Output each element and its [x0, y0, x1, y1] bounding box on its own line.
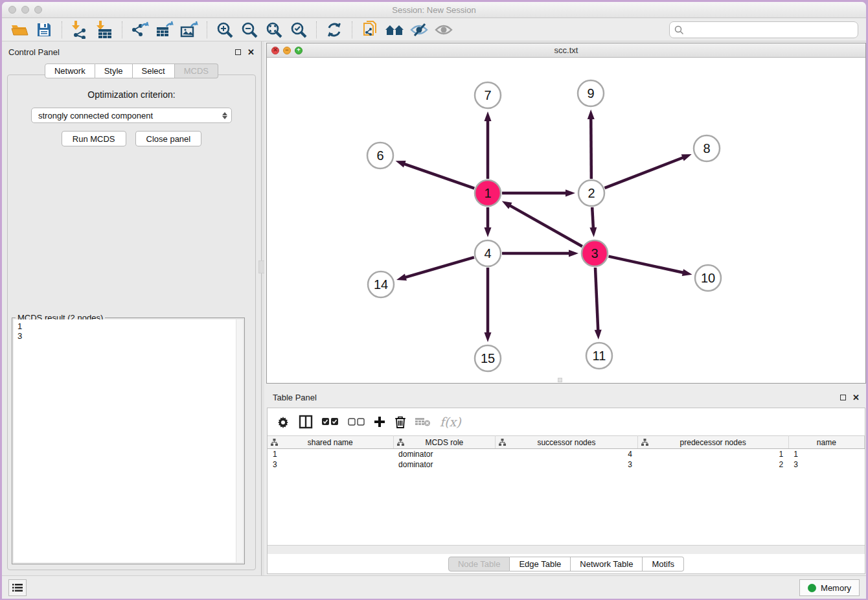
graph-edge-3-1[interactable]: [509, 205, 582, 247]
graph-edge-1-6[interactable]: [404, 164, 474, 189]
column-header-shared-name[interactable]: shared name: [268, 436, 393, 449]
table-cell[interactable]: 3: [788, 459, 864, 470]
table-panel-body: f(x) shared nameMCDS rolesuccessor nodes…: [267, 408, 865, 574]
tab-network[interactable]: Network: [45, 63, 95, 78]
workspace: ✕ − + scc.txt 1234678910111415 Table Pan…: [264, 41, 866, 575]
task-history-button[interactable]: [8, 579, 27, 596]
optimization-criterion-label: Optimization criterion:: [8, 89, 255, 100]
import-network-icon[interactable]: [67, 20, 92, 40]
zoom-fit-icon[interactable]: [262, 20, 286, 40]
graph-edge-3-11[interactable]: [595, 268, 598, 331]
select-all-checkboxes-icon[interactable]: [322, 418, 339, 426]
memory-button[interactable]: Memory: [799, 579, 860, 596]
tab-network-table[interactable]: Network Table: [571, 557, 643, 571]
refresh-network-icon[interactable]: [322, 20, 347, 40]
tab-select[interactable]: Select: [133, 63, 175, 78]
hierarchy-icon: [397, 439, 404, 446]
graph-arrowhead-3-1: [502, 201, 512, 209]
close-network-icon[interactable]: ✕: [271, 47, 279, 54]
table-hscrollbar[interactable]: [268, 545, 865, 554]
run-mcds-button[interactable]: Run MCDS: [62, 131, 126, 146]
search-field[interactable]: [669, 21, 858, 38]
save-session-icon[interactable]: [32, 20, 56, 40]
export-network-icon[interactable]: [128, 20, 152, 40]
zoom-in-icon[interactable]: [212, 20, 237, 40]
search-input[interactable]: [684, 22, 858, 38]
traffic-lights: [8, 2, 42, 17]
table-row[interactable]: 3dominator323: [268, 459, 865, 470]
export-table-icon[interactable]: [152, 20, 177, 40]
graph-node-label-7: 7: [484, 88, 491, 102]
table-cell[interactable]: 1: [637, 449, 788, 459]
graph-edge-2-9[interactable]: [591, 118, 591, 179]
control-panel-titlebar: Control Panel ✕: [2, 41, 261, 62]
table-settings-icon[interactable]: [277, 415, 290, 428]
table-cell[interactable]: 4: [496, 449, 637, 459]
minimize-network-icon[interactable]: −: [283, 47, 291, 54]
zoom-selected-icon[interactable]: [286, 20, 311, 40]
toolbar-separator: [316, 21, 317, 38]
table-cell[interactable]: dominator: [393, 459, 496, 470]
graph-arrowhead-1-6: [396, 161, 406, 167]
result-scrollbar[interactable]: [236, 319, 243, 562]
export-image-icon[interactable]: [177, 20, 201, 40]
window-titlebar: Session: New Session: [2, 2, 866, 18]
add-column-icon[interactable]: [374, 416, 385, 428]
list-icon: [12, 583, 23, 592]
network-canvas[interactable]: 1234678910111415: [267, 58, 865, 383]
delete-table-icon[interactable]: [415, 417, 431, 427]
delete-column-icon[interactable]: [394, 415, 406, 428]
table-cell[interactable]: 1: [268, 449, 393, 459]
tab-node-table[interactable]: Node Table: [448, 557, 510, 571]
table-panel-titlebar: Table Panel ✕: [266, 387, 866, 408]
main-toolbar: [2, 18, 866, 41]
clone-network-icon[interactable]: [358, 20, 382, 40]
graph-node-label-10: 10: [701, 271, 715, 285]
tab-edge-table[interactable]: Edge Table: [510, 557, 571, 571]
table-row[interactable]: 1dominator411: [268, 449, 865, 459]
mcds-result-list[interactable]: 1 3: [14, 319, 243, 562]
close-panel-button[interactable]: Close panel: [135, 131, 202, 146]
table-cell[interactable]: dominator: [393, 449, 496, 459]
graph-edge-4-14[interactable]: [404, 257, 474, 277]
graph-edge-2-8[interactable]: [605, 157, 684, 188]
show-all-icon[interactable]: [431, 20, 456, 40]
tab-mcds[interactable]: MCDS: [175, 63, 218, 78]
float-table-panel-icon[interactable]: [840, 395, 846, 400]
table-panel: Table Panel ✕: [266, 387, 866, 574]
close-window-icon[interactable]: [8, 6, 16, 14]
table-cell[interactable]: 2: [637, 459, 788, 470]
split-view-icon[interactable]: [299, 415, 313, 429]
open-session-icon[interactable]: [7, 20, 32, 40]
zoom-out-icon[interactable]: [237, 20, 262, 40]
hide-selected-icon[interactable]: [407, 20, 431, 40]
close-panel-icon[interactable]: ✕: [247, 48, 255, 56]
column-header-predecessor-nodes[interactable]: predecessor nodes: [637, 436, 788, 449]
memory-status-icon: [808, 584, 816, 592]
import-table-icon[interactable]: [92, 20, 117, 40]
table-cell[interactable]: 3: [496, 459, 637, 470]
table-panel-title: Table Panel: [273, 393, 317, 402]
table-cell[interactable]: 3: [268, 459, 393, 470]
graph-node-label-2: 2: [588, 186, 595, 200]
deselect-all-checkboxes-icon[interactable]: [348, 418, 365, 426]
tab-motifs[interactable]: Motifs: [643, 557, 684, 571]
close-table-panel-icon[interactable]: ✕: [852, 393, 860, 402]
apply-function-icon[interactable]: f(x): [440, 415, 461, 429]
column-header-successor-nodes[interactable]: successor nodes: [496, 436, 637, 449]
criterion-dropdown[interactable]: strongly connected component: [31, 108, 232, 123]
minimize-window-icon[interactable]: [21, 6, 29, 14]
tab-style[interactable]: Style: [95, 63, 133, 78]
column-header-MCDS-role[interactable]: MCDS role: [393, 436, 496, 449]
first-neighbors-icon[interactable]: [382, 20, 407, 40]
float-panel-icon[interactable]: [235, 49, 241, 55]
canvas-resize-handle[interactable]: [558, 378, 562, 382]
graph-edge-2-3[interactable]: [592, 207, 593, 229]
graph-edge-3-10[interactable]: [608, 257, 683, 273]
maximize-window-icon[interactable]: [34, 6, 42, 14]
column-header-name[interactable]: name: [788, 436, 864, 449]
maximize-network-icon[interactable]: +: [295, 47, 303, 54]
main-content: Control Panel ✕ NetworkStyleSelectMCDS O…: [2, 41, 866, 575]
graph-node-label-8: 8: [703, 141, 710, 156]
table-cell[interactable]: 1: [788, 449, 864, 459]
